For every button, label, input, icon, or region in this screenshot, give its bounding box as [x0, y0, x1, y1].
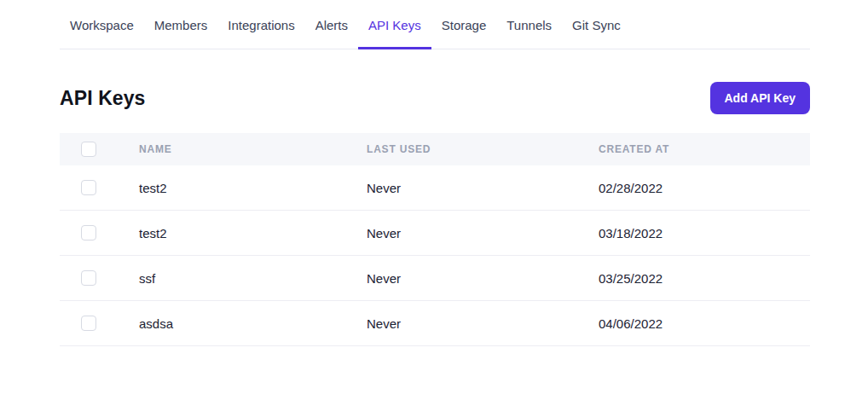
api-key-name: test2: [139, 181, 367, 195]
section-header: API Keys Add API Key: [60, 82, 810, 114]
api-key-last-used: Never: [367, 226, 599, 240]
table-row: test2 Never 02/28/2022: [60, 165, 810, 211]
api-key-created-at: 04/06/2022: [599, 316, 810, 331]
api-key-last-used: Never: [367, 181, 599, 195]
row-checkbox-cell: [60, 180, 139, 195]
table-row: test2 Never 03/18/2022: [60, 211, 810, 256]
api-key-created-at: 03/18/2022: [599, 226, 810, 240]
api-key-name: ssf: [139, 271, 367, 286]
row-checkbox[interactable]: [81, 225, 96, 240]
tab-storage[interactable]: Storage: [431, 18, 497, 49]
column-header-last-used: LAST USED: [367, 143, 599, 155]
tab-workspace[interactable]: Workspace: [60, 18, 144, 49]
row-checkbox-cell: [60, 270, 139, 286]
api-key-last-used: Never: [367, 316, 599, 331]
api-keys-settings-page: Workspace Members Integrations Alerts AP…: [0, 0, 868, 394]
table-header-checkbox-cell: [60, 142, 139, 157]
api-key-created-at: 02/28/2022: [599, 181, 810, 195]
tab-git-sync[interactable]: Git Sync: [562, 18, 631, 49]
row-checkbox[interactable]: [81, 180, 96, 195]
tab-tunnels[interactable]: Tunnels: [496, 18, 562, 49]
settings-tab-bar: Workspace Members Integrations Alerts AP…: [60, 0, 810, 49]
api-key-name: test2: [139, 226, 367, 240]
tab-alerts[interactable]: Alerts: [305, 18, 358, 49]
tab-api-keys[interactable]: API Keys: [358, 18, 431, 49]
table-header-row: NAME LAST USED CREATED AT: [60, 133, 810, 165]
tab-members[interactable]: Members: [144, 18, 218, 49]
row-checkbox-cell: [60, 316, 139, 331]
api-key-name: asdsa: [139, 316, 367, 331]
api-key-last-used: Never: [367, 271, 599, 286]
column-header-created-at: CREATED AT: [599, 143, 810, 155]
tab-integrations[interactable]: Integrations: [217, 18, 304, 49]
column-header-name: NAME: [139, 143, 367, 155]
row-checkbox-cell: [60, 225, 139, 240]
row-checkbox[interactable]: [81, 316, 96, 331]
api-key-created-at: 03/25/2022: [599, 271, 810, 286]
table-row: ssf Never 03/25/2022: [60, 256, 810, 301]
add-api-key-button[interactable]: Add API Key: [710, 82, 811, 114]
page-title: API Keys: [60, 87, 146, 110]
table-row: asdsa Never 04/06/2022: [60, 301, 810, 346]
select-all-checkbox[interactable]: [81, 142, 96, 157]
api-keys-table: NAME LAST USED CREATED AT test2 Never 02…: [60, 133, 810, 346]
row-checkbox[interactable]: [81, 270, 96, 286]
